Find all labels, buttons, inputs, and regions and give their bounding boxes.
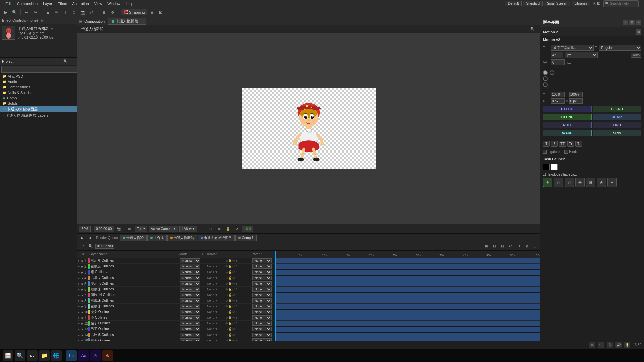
trkmat-arrow-2[interactable]: ▼	[215, 270, 218, 274]
tl-btn-5[interactable]: ⊡	[499, 243, 506, 249]
text-fmt-Tr[interactable]: Tr	[567, 141, 574, 147]
layer-icon-lock-10[interactable]: 🔓	[228, 316, 232, 319]
anchor-tl[interactable]	[543, 70, 548, 75]
expand-icon-7[interactable]: ▶	[78, 299, 80, 302]
layer-mode-select-14[interactable]: Normal	[180, 338, 200, 341]
layer-parent-select-8[interactable]: None	[252, 304, 272, 309]
scale-x-input[interactable]: 100%	[551, 92, 565, 97]
va-input[interactable]	[551, 59, 565, 65]
layer-icon-fx-11[interactable]: f	[234, 322, 235, 325]
plus-value-display[interactable]: +0.0	[242, 226, 253, 232]
excite-btn[interactable]: EXCITE	[543, 106, 592, 112]
project-item-katonin-layers[interactable]: ≡ 卡通人物 精液图层 Layers	[0, 112, 77, 119]
layer-row[interactable]: ▶ ★ 10 次女 Outlines Normal None ▼ ⊙	[77, 309, 275, 315]
current-time-display[interactable]: 0:00:25:00	[95, 244, 114, 249]
layer-icon-motion-12[interactable]: ≈	[232, 327, 234, 331]
layer-icon-3d-9[interactable]: 3	[235, 310, 237, 314]
viewport[interactable]	[77, 33, 540, 224]
layer-parent-select-5[interactable]: None	[252, 287, 272, 292]
layer-row[interactable]: ▶ ★ 4 右眉皮 Outlines Normal None ▼ ⊙	[77, 275, 275, 281]
expand-icon-12[interactable]: ▶	[78, 328, 80, 331]
tl-btn-1[interactable]: ⊕	[79, 243, 86, 249]
status-icon-5[interactable]: 🔋	[624, 342, 630, 348]
expand-icon-13[interactable]: ▶	[78, 334, 80, 337]
trkmat-arrow-9[interactable]: ▼	[215, 310, 218, 314]
playhead[interactable]	[275, 251, 276, 341]
layer-icon-motion-2[interactable]: ≈	[232, 270, 234, 274]
menu-window[interactable]: Window	[105, 2, 123, 6]
layer-icon-fx-10[interactable]: f	[234, 316, 235, 319]
tl-btn-7[interactable]: ↺	[515, 243, 522, 249]
layer-parent-select-14[interactable]: None	[252, 338, 272, 341]
layer-star-7[interactable]: ★	[80, 299, 84, 303]
track-row[interactable]	[275, 326, 540, 332]
quality-dropdown[interactable]: Full ▼	[135, 226, 147, 232]
null-btn[interactable]: NULL	[543, 122, 592, 128]
layer-icon-fx-6[interactable]: f	[234, 293, 235, 297]
font-style-dropdown[interactable]: Regular	[599, 45, 641, 51]
layer-star-6[interactable]: ★	[80, 293, 84, 297]
layer-icon-3d-1[interactable]: 3	[235, 265, 237, 268]
layer-mode-select-6[interactable]: Normal	[180, 293, 200, 297]
layer-icon-3d-7[interactable]: 3	[235, 299, 237, 302]
rpanel-icon-1[interactable]: ≡	[623, 20, 628, 25]
layer-icon-solo-0[interactable]: ⊙	[225, 259, 228, 262]
text-fmt-Tsmall[interactable]: T.	[575, 141, 582, 147]
track-row[interactable]	[275, 258, 540, 264]
layer-icon-3d-0[interactable]: 3	[235, 259, 237, 262]
layer-icon-motion-5[interactable]: ≈	[232, 288, 234, 291]
snapping-button[interactable]: 🧲 Snapping	[121, 9, 147, 15]
layer-icon-fx-3[interactable]: f	[234, 276, 235, 280]
layer-icon-3d-8[interactable]: 3	[235, 305, 237, 308]
blend-btn[interactable]: BLEND	[593, 106, 642, 112]
expand-icon-0[interactable]: ▶	[78, 259, 80, 262]
plugin-icon-star2[interactable]: ⊕	[586, 178, 595, 187]
layer-row[interactable]: ▶ ★ 12 帽子 Outlines Normal None ▼ ⊙	[77, 321, 275, 326]
layer-parent-select-4[interactable]: None	[252, 281, 272, 286]
layer-icon-3d-11[interactable]: 3	[235, 322, 237, 325]
anchor-ml[interactable]	[543, 76, 548, 81]
hindi-checkbox[interactable]	[564, 150, 568, 154]
viewer-search-btn[interactable]: 🔍	[529, 25, 536, 33]
layer-star-4[interactable]: ★	[80, 282, 84, 286]
track-row[interactable]	[275, 264, 540, 269]
layer-icon-lock-9[interactable]: 🔓	[228, 310, 232, 314]
project-item-nulls[interactable]: 📁 Nulls & Solids	[0, 90, 77, 95]
layer-icon-3d-12[interactable]: 3	[235, 327, 237, 331]
toolbar-text[interactable]: T	[62, 9, 69, 16]
layer-parent-select-6[interactable]: None	[252, 293, 272, 297]
track-row[interactable]	[275, 304, 540, 309]
project-menu-btn[interactable]: ☰	[69, 59, 75, 64]
plugin-icon-star4[interactable]: ✦	[607, 178, 617, 187]
snapshot-btn[interactable]: 📷	[115, 225, 123, 233]
ligatures-checkbox[interactable]	[543, 150, 547, 154]
toolbar-btn-2[interactable]: 🔍	[11, 9, 18, 16]
layer-row[interactable]: ▶ ★ 5 左眉毛 Outlines Normal None ▼ ⊙	[77, 281, 275, 287]
layer-icon-fx-13[interactable]: f	[234, 333, 235, 337]
project-search-btn[interactable]: 🔍	[63, 59, 68, 64]
menu-effect[interactable]: Effect	[55, 2, 70, 6]
layer-icon-motion-4[interactable]: ≈	[232, 282, 234, 285]
layer-mode-select-5[interactable]: Normal	[180, 287, 200, 292]
layer-icon-motion-1[interactable]: ≈	[232, 265, 234, 268]
layer-icon-motion-0[interactable]: ≈	[232, 259, 234, 262]
track-row[interactable]	[275, 269, 540, 275]
layer-star-1[interactable]: ★	[80, 265, 84, 268]
layer-icon-3d-4[interactable]: 3	[235, 282, 237, 285]
layer-icon-motion-7[interactable]: ≈	[232, 299, 234, 302]
layer-mode-select-11[interactable]: Normal	[180, 321, 200, 326]
plugin-icon-3[interactable]: ☆	[565, 178, 574, 187]
layer-icon-solo-10[interactable]: ⊙	[225, 316, 228, 319]
toolbar-move[interactable]: ✥	[109, 9, 116, 16]
menu-help[interactable]: Help	[123, 2, 136, 6]
layer-icon-lock-7[interactable]: 🔓	[228, 299, 232, 302]
layer-icon-fx-4[interactable]: f	[234, 282, 235, 285]
layer-icon-motion-8[interactable]: ≈	[232, 305, 234, 308]
layer-star-8[interactable]: ★	[80, 305, 84, 308]
track-row[interactable]	[275, 298, 540, 304]
toolbar-select[interactable]: ▲	[44, 9, 52, 16]
expand-icon-5[interactable]: ▶	[78, 288, 80, 291]
layer-star-11[interactable]: ★	[80, 322, 84, 325]
layer-row[interactable]: ▶ ★ 13 男子 Outlines Normal None ▼ ⊙	[77, 326, 275, 332]
layer-star-12[interactable]: ★	[80, 327, 84, 331]
